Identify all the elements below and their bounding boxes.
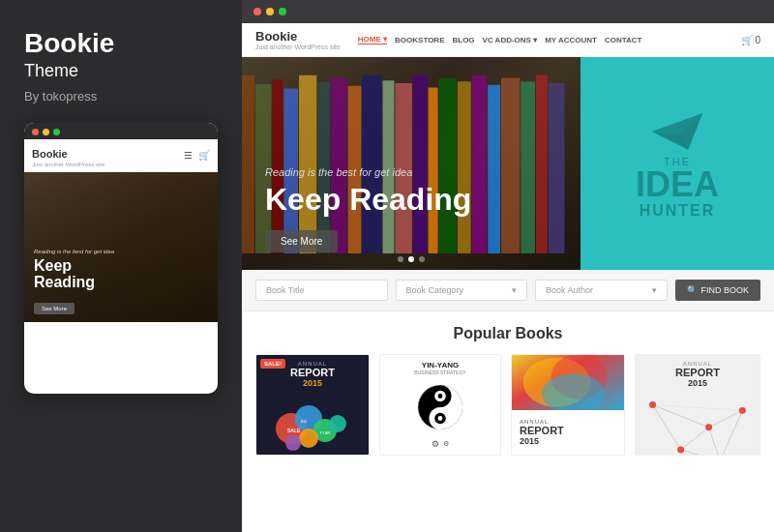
- network-svg: [641, 392, 754, 456]
- mobile-browser-chrome: [24, 123, 218, 139]
- hamburger-icon[interactable]: ☰: [184, 150, 193, 161]
- svg-point-51: [705, 424, 712, 430]
- paper-plane-icon: [648, 107, 706, 156]
- nav-item-vc-addons[interactable]: VC ADD-ONS ▾: [483, 36, 538, 44]
- hero-section: Reading is the best for get idea Keep Re…: [242, 57, 774, 270]
- yin-yang-title: YIN-YANG: [414, 361, 465, 369]
- browser-dot-red[interactable]: [253, 8, 261, 15]
- site-nav: Bookie Just another WordPress site HOME …: [242, 23, 774, 57]
- carousel-dot[interactable]: [398, 256, 403, 262]
- find-book-label: FIND BOOK: [701, 285, 750, 295]
- svg-point-54: [677, 447, 684, 454]
- svg-rect-0: [242, 75, 254, 253]
- chevron-down-icon: ▾: [652, 285, 657, 295]
- book3-cover-top: [512, 355, 624, 410]
- svg-line-43: [709, 410, 743, 427]
- find-book-button[interactable]: 🔍 FIND BOOK: [675, 280, 761, 301]
- svg-rect-19: [536, 75, 548, 253]
- svg-rect-4: [299, 75, 316, 253]
- yin-yang-subtitle: BUSINESS STRATEGY: [414, 369, 465, 375]
- gear-icon: ⚙: [432, 439, 439, 449]
- svg-line-45: [653, 405, 681, 450]
- hero-book-cover: THE IDEA HUNTER: [616, 57, 738, 270]
- site-logo-tagline: Just another WordPress site: [255, 44, 341, 50]
- yin-yang-svg: [417, 384, 463, 430]
- circles-decoration: SALE BIZ PLAN: [268, 390, 358, 453]
- hero-book-hunter: HUNTER: [636, 202, 719, 220]
- mobile-hero: Reading is the best for get idea KeepRea…: [24, 172, 218, 322]
- book1-report: REPORT: [290, 367, 335, 378]
- book3-report: REPORT: [520, 425, 624, 436]
- sidebar: Bookie Theme By tokopress Bookie Just an…: [0, 0, 242, 532]
- svg-point-29: [329, 415, 346, 432]
- hero-book-idea: IDEA: [636, 167, 719, 202]
- site-logo: Bookie Just another WordPress site: [255, 29, 341, 50]
- svg-text:SALE: SALE: [287, 428, 301, 433]
- carousel-dot[interactable]: [419, 256, 425, 262]
- mobile-dot-red: [32, 129, 39, 135]
- book-category-select[interactable]: Book Category ▾: [396, 280, 528, 301]
- cart-icon[interactable]: 🛒: [198, 150, 210, 161]
- search-icon: 🔍: [687, 285, 698, 295]
- svg-rect-8: [362, 75, 381, 253]
- svg-line-46: [681, 450, 721, 456]
- browser-chrome: [242, 0, 774, 23]
- nav-item-blog[interactable]: BLOG: [452, 36, 474, 44]
- book-card-2[interactable]: YIN-YANG BUSINESS STRATEGY ⚙ ⚙: [379, 354, 501, 456]
- hero-right-panel: THE IDEA HUNTER: [580, 57, 774, 270]
- gear-icon-2: ⚙: [443, 440, 449, 448]
- svg-rect-11: [413, 75, 428, 253]
- sidebar-author: By tokopress: [24, 89, 218, 103]
- mobile-see-more-button[interactable]: See More: [34, 303, 74, 314]
- book4-year: 2015: [688, 378, 707, 388]
- hero-tagline: Reading is the best for get idea: [265, 166, 557, 178]
- svg-text:PLAN: PLAN: [320, 430, 331, 435]
- nav-item-bookstore[interactable]: BOOKSTORE: [395, 36, 444, 44]
- book-title-placeholder: Book Title: [266, 285, 305, 295]
- nav-items: HOME ▾ BOOKSTORE BLOG VC ADD-ONS ▾ MY AC…: [358, 35, 732, 44]
- svg-line-47: [681, 428, 709, 450]
- book-author-placeholder: Book Author: [546, 285, 593, 295]
- book-title-input[interactable]: Book Title: [255, 280, 388, 301]
- sale-badge: SALE!: [260, 359, 285, 369]
- book3-cover-bottom: ANNUAL REPORT 2015: [512, 410, 624, 455]
- book-card-4[interactable]: ANNUAL REPORT 2015: [635, 354, 760, 456]
- book-card-3[interactable]: ANNUAL REPORT 2015: [511, 354, 625, 456]
- svg-rect-15: [472, 75, 488, 253]
- mobile-dot-green: [53, 129, 60, 135]
- mobile-site-header: Bookie Just another WordPress site ☰ 🛒: [24, 139, 218, 172]
- yin-yang-title-wrap: YIN-YANG BUSINESS STRATEGY: [414, 361, 465, 375]
- book4-network-pattern: [641, 392, 754, 456]
- mobile-hero-title: KeepReading: [34, 257, 208, 291]
- book-author-select[interactable]: Book Author ▾: [535, 280, 668, 301]
- svg-point-36: [438, 394, 443, 399]
- mobile-logo-sub: Just another WordPress site: [32, 162, 104, 167]
- carousel-dot-active[interactable]: [408, 256, 414, 262]
- mobile-preview: Bookie Just another WordPress site ☰ 🛒 R…: [24, 123, 218, 394]
- svg-point-50: [649, 401, 656, 408]
- book-card-1[interactable]: SALE! ANNUAL REPORT 2015 SALE: [255, 354, 370, 456]
- mobile-hero-content: Reading is the best for get idea KeepRea…: [34, 249, 208, 314]
- nav-item-my-account[interactable]: MY ACCOUNT: [545, 36, 597, 44]
- book3-year: 2015: [520, 436, 624, 446]
- browser-dot-yellow[interactable]: [266, 8, 274, 15]
- main-area: Bookie Just another WordPress site HOME …: [242, 0, 774, 532]
- svg-line-44: [709, 428, 721, 456]
- browser-dot-green[interactable]: [279, 8, 286, 15]
- mobile-site-logo: Bookie Just another WordPress site: [32, 144, 104, 167]
- books-grid: SALE! ANNUAL REPORT 2015 SALE: [255, 354, 760, 456]
- popular-books-title: Popular Books: [255, 325, 760, 342]
- svg-line-48: [720, 410, 742, 456]
- book2-bottom: ⚙ ⚙: [432, 439, 449, 449]
- mobile-icons: ☰ 🛒: [184, 150, 210, 161]
- svg-point-37: [438, 416, 443, 421]
- book-category-placeholder: Book Category: [406, 285, 464, 295]
- cart-count: 0: [755, 35, 760, 45]
- nav-item-home[interactable]: HOME ▾: [358, 35, 387, 44]
- circles-svg: SALE BIZ PLAN: [272, 390, 354, 453]
- nav-item-contact[interactable]: CONTACT: [605, 36, 642, 44]
- cart-icon-nav[interactable]: 🛒 0: [741, 35, 760, 45]
- mobile-logo-text: Bookie: [32, 148, 68, 160]
- see-more-button[interactable]: See More: [265, 230, 338, 252]
- book4-report: REPORT: [675, 367, 720, 378]
